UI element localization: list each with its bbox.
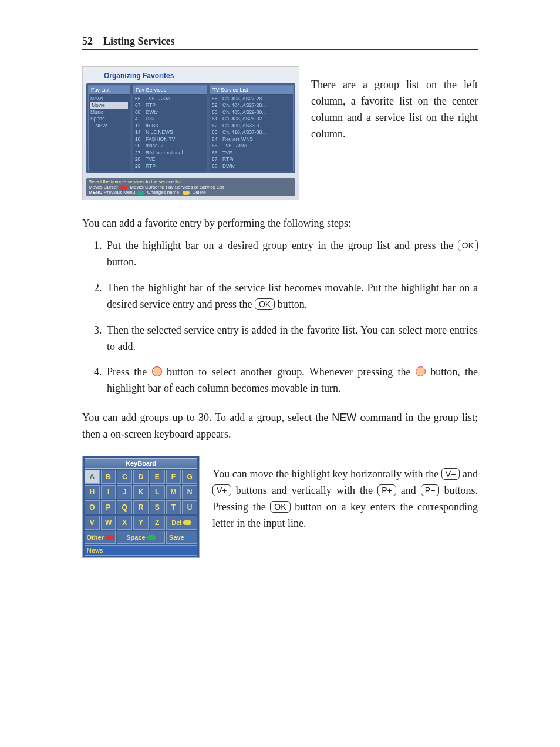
keyboard-key: N: [182, 485, 197, 499]
tv-service-row: 67RTPi: [212, 156, 291, 163]
section-title: Listing Services: [103, 35, 175, 48]
color-button-icon: [152, 366, 162, 376]
v-minus-key: V−: [441, 468, 460, 480]
footer-moves-to: Moves Cursor to Fav Services or Service …: [130, 184, 224, 190]
fav-services-header: Fav Services: [133, 86, 207, 95]
tv-service-row: 66TVE: [212, 150, 291, 156]
keyboard-key: X: [117, 516, 132, 530]
osd-title: Organizing Favorites: [104, 72, 295, 80]
tv-service-row: 68DWtv: [212, 163, 291, 170]
keyboard-paragraph: You can move the highlight key horizonta…: [212, 466, 478, 532]
tv-service-row: 63Ch. 410, AS37-38...: [212, 129, 291, 136]
ok-key: OK: [255, 298, 275, 310]
red-pill-icon: [120, 186, 127, 190]
step-2: Then the highlight bar of the service li…: [104, 280, 478, 313]
p-minus-key: P−: [421, 484, 440, 496]
keyboard-key: H: [85, 485, 100, 499]
keyboard-key: R: [133, 500, 149, 514]
keyboard-key: F: [166, 470, 181, 484]
keyboard-key: E: [150, 470, 165, 484]
keyboard-input: News: [85, 545, 197, 556]
fav-service-row: 18FASHION TV: [135, 136, 205, 143]
keyboard-key: D: [133, 470, 149, 484]
steps-list: Put the highlight bar on a desired group…: [104, 238, 478, 397]
tv-service-row: 65TV5 - ASIA: [212, 143, 291, 149]
keyboard-key: V: [85, 516, 100, 530]
keyboard-key: J: [117, 485, 132, 499]
fav-service-row: 4DSF: [135, 116, 205, 122]
add-group-paragraph: You can add groups up to 30. To add a gr…: [82, 410, 478, 443]
yellow-pill-icon: [183, 191, 190, 195]
keyboard-key: T: [166, 500, 181, 514]
step-1: Put the highlight bar on a desired group…: [104, 238, 478, 271]
footer-changes-name: Changes name,: [147, 190, 180, 195]
step-3: Then the selected service entry is added…: [104, 322, 478, 355]
tv-service-row: 58Ch. 403, AS27-28...: [212, 96, 291, 102]
fav-service-row: 65TV5 - ASIA: [135, 96, 205, 102]
keyboard-key: M: [166, 485, 181, 499]
keyboard-space: Space: [117, 531, 164, 544]
v-plus-key: V+: [212, 484, 231, 496]
page-header: 52 Listing Services: [82, 35, 478, 50]
intro-paragraph-2: You can add a favorite entry by performi…: [82, 216, 478, 232]
keyboard-key: Y: [133, 516, 149, 530]
screenshot-keyboard: KeyBoard ABCDEFGHIJKLMNOPQRSTUVWXYZDel O…: [82, 456, 200, 558]
tv-service-row: 64Reuters WNS: [212, 136, 291, 143]
fav-list-column: Fav List News Movie Music Sports ---NEW-…: [88, 85, 130, 171]
footer-hint: Select the favorite services in the serv…: [89, 179, 293, 184]
step-4: Press the button to select another group…: [104, 364, 478, 397]
tv-service-row: 60Ch. 405, AS29-30...: [212, 109, 291, 116]
screenshot-organizing-favorites: Organizing Favorites Fav List News Movie…: [82, 66, 299, 200]
new-command: NEW: [332, 412, 356, 423]
fav-list-item: ---NEW---: [90, 123, 128, 129]
keyboard-key: C: [117, 470, 132, 484]
footer-delete: Delete: [193, 190, 206, 195]
fav-list-item: Movie: [90, 102, 128, 109]
keyboard-key: G: [182, 470, 197, 484]
fav-service-row: 14NILE NEWS: [135, 129, 205, 136]
tv-service-list-column: TV Service List 58Ch. 403, AS27-28...59C…: [210, 85, 294, 171]
fav-service-row: 68DWtv: [135, 109, 205, 116]
keyboard-del: Del: [166, 516, 197, 530]
fav-service-row: 67RTPi: [135, 102, 205, 109]
keyboard-key: B: [101, 470, 116, 484]
tv-service-row: 59Ch. 404, AS27-28...: [212, 102, 291, 109]
keyboard-key: P: [101, 500, 116, 514]
fav-service-row: 20macau2: [135, 143, 205, 149]
ok-key: OK: [458, 240, 478, 251]
fav-list-header: Fav List: [89, 86, 130, 95]
ok-key: OK: [270, 501, 290, 513]
keyboard-key: Z: [150, 516, 165, 530]
fav-service-row: 27RAI International: [135, 150, 205, 156]
fav-service-row: 28TVE: [135, 156, 205, 163]
keyboard-key: S: [150, 500, 165, 514]
fav-list-item: News: [90, 96, 128, 102]
p-plus-key: P+: [377, 484, 396, 496]
tv-service-list-header: TV Service List: [210, 86, 293, 95]
footer-prev-menu: Previous Menu: [104, 190, 135, 195]
keyboard-key: I: [101, 485, 116, 499]
fav-list-item: Sports: [90, 116, 128, 122]
keyboard-other: Other: [85, 531, 116, 544]
footer-moves-cursor: Moves Cursor: [89, 184, 118, 190]
tv-service-row: 61Ch. 408, AS25-32: [212, 116, 291, 122]
green-pill-icon: [137, 191, 144, 195]
fav-service-row: 29RTPi: [135, 163, 205, 170]
fav-service-row: 12IRIB3: [135, 123, 205, 129]
color-button-icon: [416, 366, 426, 376]
keyboard-save: Save: [166, 531, 197, 544]
keyboard-key: W: [101, 516, 116, 530]
keyboard-key: K: [133, 485, 149, 499]
keyboard-key: L: [150, 485, 165, 499]
tv-service-row: 62Ch. 409, AS33-3...: [212, 123, 291, 129]
intro-paragraph-1: There are a group list on the left colum…: [311, 77, 478, 143]
keyboard-key: O: [85, 500, 100, 514]
fav-services-column: Fav Services 65TV5 - ASIA67RTPi68DWtv4DS…: [133, 85, 207, 171]
page-number: 52: [82, 35, 93, 48]
keyboard-key: A: [85, 470, 100, 484]
keyboard-title: KeyBoard: [85, 458, 197, 469]
keyboard-key: Q: [117, 500, 132, 514]
fav-list-item: Music: [90, 109, 128, 116]
osd-footer: Select the favorite services in the serv…: [86, 178, 295, 196]
keyboard-key: U: [182, 500, 197, 514]
